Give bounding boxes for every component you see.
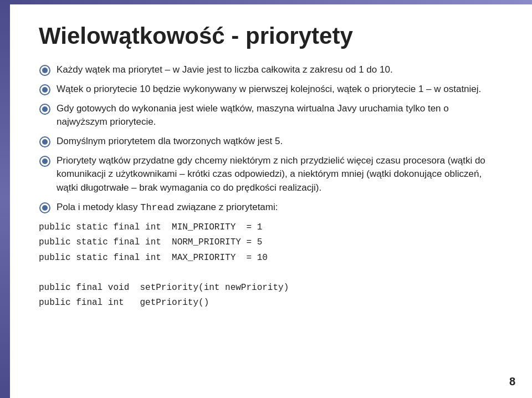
bullet-list: Każdy wątek ma priorytet – w Javie jest … <box>39 63 499 215</box>
code-block: public static final int MIN_PRIORITY = 1… <box>39 220 499 310</box>
list-item: Każdy wątek ma priorytet – w Javie jest … <box>39 63 499 77</box>
svg-point-12 <box>42 205 48 211</box>
code-line-1: public static final int MIN_PRIORITY = 1 <box>39 220 499 235</box>
bullet-text-2: Wątek o priorytecie 10 będzie wykonywany… <box>57 83 499 96</box>
page-number: 8 <box>509 375 515 388</box>
code-line-5: public final int getPriority() <box>39 295 499 310</box>
code-line-3: public static final int MAX_PRIORITY = 1… <box>39 251 499 266</box>
svg-point-8 <box>42 139 48 145</box>
bullet-text-6: Pola i metody klasy Thread związane z pr… <box>57 201 499 215</box>
svg-point-6 <box>42 106 48 112</box>
code-line-4: public final void setPriority(int newPri… <box>39 280 499 295</box>
bullet-icon-6 <box>39 202 51 214</box>
bullet-icon-4 <box>39 136 51 148</box>
code-line-blank <box>39 266 499 280</box>
list-item: Domyślnym priorytetem dla tworzonych wąt… <box>39 135 499 149</box>
slide: Wielowątkowość - priorytety Każdy wątek … <box>0 0 532 398</box>
list-item: Pola i metody klasy Thread związane z pr… <box>39 201 499 215</box>
list-item: Wątek o priorytecie 10 będzie wykonywany… <box>39 83 499 96</box>
code-line-2: public static final int NORM_PRIORITY = … <box>39 235 499 250</box>
thread-class-name: Thread <box>140 202 174 213</box>
bullet-text-3: Gdy gotowych do wykonania jest wiele wąt… <box>57 102 499 129</box>
bullet-text-1: Każdy wątek ma priorytet – w Javie jest … <box>57 63 499 77</box>
bullet-icon-2 <box>39 84 51 96</box>
svg-point-4 <box>42 87 48 93</box>
bullet-icon-3 <box>39 103 51 115</box>
slide-title: Wielowątkowość - priorytety <box>39 22 499 50</box>
bullet-text-4: Domyślnym priorytetem dla tworzonych wąt… <box>57 135 499 149</box>
left-border-decoration <box>0 0 10 398</box>
list-item: Gdy gotowych do wykonania jest wiele wąt… <box>39 102 499 129</box>
svg-point-10 <box>42 159 48 164</box>
content-area: Wielowątkowość - priorytety Każdy wątek … <box>39 22 499 310</box>
list-item: Priorytety wątków przydatne gdy chcemy n… <box>39 154 499 195</box>
bullet-icon-5 <box>39 155 51 167</box>
top-border-decoration <box>10 0 532 4</box>
bullet-icon-1 <box>39 64 51 76</box>
bullet-text-5: Priorytety wątków przydatne gdy chcemy n… <box>57 154 499 195</box>
